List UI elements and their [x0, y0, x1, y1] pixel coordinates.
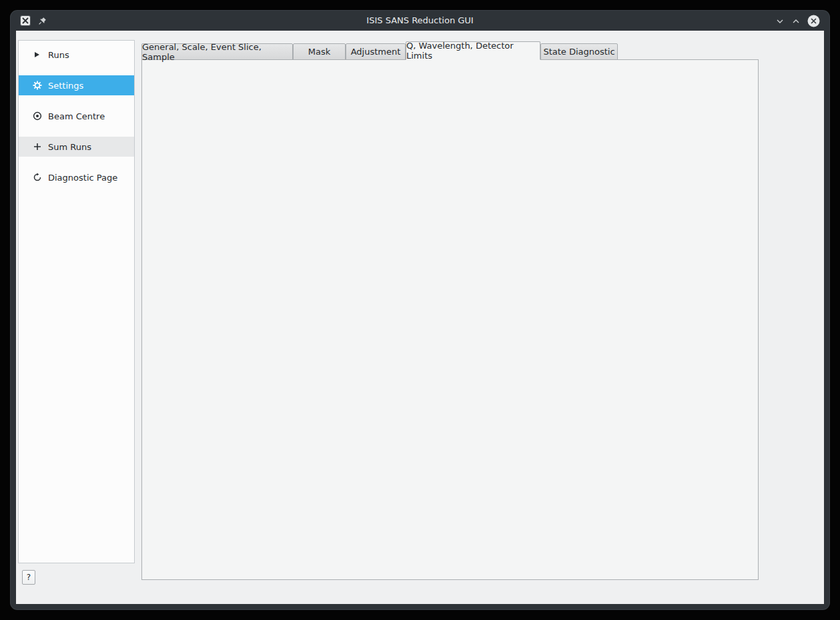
- gear-icon: [32, 81, 42, 90]
- sidebar-item-label: Beam Centre: [48, 111, 105, 121]
- chevron-up-icon: [792, 17, 800, 25]
- tab-state-diagnostic[interactable]: State Diagnostic: [540, 43, 618, 60]
- maximize-button[interactable]: [791, 17, 801, 26]
- app-window: ISIS SANS Reduction GUI: [11, 11, 829, 609]
- sidebar-item-label: Sum Runs: [48, 142, 91, 152]
- triangle-right-icon: [32, 52, 42, 57]
- sidebar-item-label: Diagnostic Page: [48, 173, 117, 183]
- close-button[interactable]: [807, 15, 820, 27]
- tabbar: General, Scale, Event Slice, Sample Mask…: [141, 41, 618, 60]
- minimize-button[interactable]: [775, 17, 785, 26]
- help-button[interactable]: ?: [22, 570, 35, 585]
- tab-mask[interactable]: Mask: [293, 43, 346, 60]
- sidebar-item-settings[interactable]: Settings: [19, 75, 134, 95]
- titlebar: ISIS SANS Reduction GUI: [11, 11, 829, 31]
- sidebar-item-runs[interactable]: Runs: [19, 45, 134, 65]
- sidebar: Runs Settings: [18, 40, 135, 563]
- circular-arrow-icon: [32, 173, 42, 182]
- tab-general-scale-event-slice-sample[interactable]: General, Scale, Event Slice, Sample: [141, 43, 293, 60]
- tab-q-wavelength-detector-limits[interactable]: Q, Wavelength, Detector Limits: [406, 41, 540, 60]
- window-title: ISIS SANS Reduction GUI: [11, 11, 829, 31]
- plus-icon: [32, 143, 42, 151]
- circle-dot-icon: [32, 111, 42, 121]
- settings-panel: [141, 59, 759, 580]
- close-icon: [807, 15, 820, 27]
- sidebar-item-label: Settings: [48, 81, 83, 91]
- chevron-down-icon: [776, 17, 784, 25]
- screen: ISIS SANS Reduction GUI: [0, 0, 840, 620]
- sidebar-item-diagnostic-page[interactable]: Diagnostic Page: [19, 167, 134, 187]
- sidebar-item-label: Runs: [48, 50, 69, 60]
- sidebar-item-beam-centre[interactable]: Beam Centre: [19, 106, 134, 126]
- sidebar-item-sum-runs[interactable]: Sum Runs: [19, 137, 134, 157]
- tab-adjustment[interactable]: Adjustment: [346, 43, 406, 60]
